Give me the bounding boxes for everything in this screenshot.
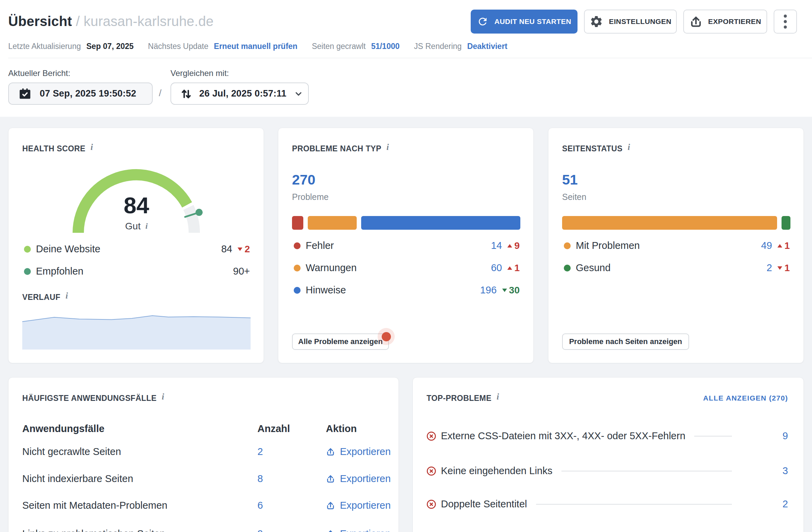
recheck-link[interactable]: Erneut manuell prüfen bbox=[214, 42, 297, 51]
warnings-count-link[interactable]: 60 bbox=[491, 262, 502, 274]
export-link[interactable]: Exportieren bbox=[326, 528, 391, 532]
top-issue-item: Doppelte Seitentitel 2 bbox=[427, 498, 788, 510]
breadcrumb-separator: / bbox=[76, 14, 84, 29]
bar-segment bbox=[562, 216, 777, 230]
triangle-up-icon bbox=[507, 244, 512, 248]
verlauf-title-text: VERLAUF bbox=[22, 293, 60, 302]
chevron-down-icon bbox=[293, 89, 304, 99]
pages-crawled-link[interactable]: 51/1000 bbox=[371, 42, 399, 51]
export-link[interactable]: Exportieren bbox=[326, 500, 391, 511]
export-link[interactable]: Exportieren bbox=[326, 473, 391, 484]
pages-total[interactable]: 51 bbox=[562, 172, 578, 188]
health-score-card: HEALTH SCOREi 84 Guti Deine Website 84 2… bbox=[8, 128, 264, 363]
legend-row-website: Deine Website 84 2 bbox=[22, 238, 250, 260]
count-link[interactable]: 9 bbox=[257, 528, 263, 532]
issues-by-type-card: PROBLEME NACH TYPi 270 Probleme Fehler 1… bbox=[278, 128, 534, 363]
info-icon[interactable]: i bbox=[145, 221, 148, 230]
usecase-label: Nicht indexierbare Seiten bbox=[22, 473, 133, 484]
restart-audit-button[interactable]: AUDIT NEU STARTEN bbox=[471, 10, 578, 34]
info-icon[interactable]: i bbox=[627, 143, 630, 151]
export-button[interactable]: EXPORTIEREN bbox=[683, 10, 767, 34]
with-issues-dot bbox=[564, 242, 571, 249]
info-icon[interactable]: i bbox=[162, 392, 164, 401]
error-circle-icon bbox=[427, 431, 436, 441]
info-icon[interactable]: i bbox=[65, 291, 68, 301]
count-link[interactable]: 6 bbox=[257, 500, 263, 511]
export-link[interactable]: Exportieren bbox=[326, 446, 391, 457]
refresh-icon bbox=[477, 16, 489, 27]
meta-label: Nächstes Update bbox=[148, 42, 208, 51]
count-link[interactable]: 8 bbox=[257, 473, 263, 484]
issues-total-label: Probleme bbox=[292, 192, 329, 202]
pages-legend: Mit Problemen 49 1 Gesund 2 1 bbox=[562, 235, 790, 279]
show-all-issues-button[interactable]: Alle Probleme anzeigen bbox=[292, 333, 389, 350]
page-status-card: SEITENSTATUSi 51 Seiten Mit Problemen 49… bbox=[548, 128, 804, 363]
leader-line bbox=[561, 471, 732, 471]
meta-next-update: Nächstes Update Erneut manuell prüfen bbox=[148, 42, 297, 51]
page-title-text: Übersicht bbox=[8, 14, 72, 29]
issue-link[interactable]: Keine eingehenden Links bbox=[441, 465, 553, 477]
export-link-label: Exportieren bbox=[340, 528, 391, 532]
healthy-count-link[interactable]: 2 bbox=[766, 262, 772, 274]
breadcrumb-domain: kurasan-karlsruhe.de bbox=[84, 14, 214, 29]
issue-count-link[interactable]: 9 bbox=[781, 430, 788, 442]
picker-separator: / bbox=[159, 88, 162, 99]
show-all-link[interactable]: ALLE ANZEIGEN (270) bbox=[703, 394, 788, 402]
with-issues-count-link[interactable]: 49 bbox=[761, 240, 772, 251]
health-score-title: HEALTH SCOREi bbox=[22, 144, 93, 153]
with-issues-delta: 1 bbox=[784, 240, 790, 251]
legend-row-with-issues: Mit Problemen 49 1 bbox=[562, 235, 790, 257]
issues-stacked-bar bbox=[292, 216, 520, 230]
count-link[interactable]: 2 bbox=[257, 446, 263, 457]
header-divider bbox=[8, 58, 812, 58]
legend-value-group: 60 1 bbox=[491, 262, 520, 274]
column-header: Anwendungsfälle bbox=[22, 423, 104, 434]
info-icon[interactable]: i bbox=[497, 392, 499, 401]
table-row: Links zu problematischen Seiten 9 Export… bbox=[22, 528, 385, 532]
website-delta: 2 bbox=[244, 244, 250, 255]
issue-link[interactable]: Externe CSS-Dateien mit 3XX-, 4XX- oder … bbox=[441, 430, 685, 442]
notices-delta: 30 bbox=[509, 285, 520, 296]
verlauf-chart bbox=[22, 310, 251, 350]
issue-link[interactable]: Doppelte Seitentitel bbox=[441, 498, 527, 510]
errors-count-link[interactable]: 14 bbox=[491, 240, 502, 251]
issue-count-link[interactable]: 2 bbox=[781, 498, 788, 510]
js-rendering-link[interactable]: Deaktiviert bbox=[467, 42, 508, 51]
pages-stacked-bar bbox=[562, 216, 790, 230]
meta-label: JS Rendering bbox=[414, 42, 461, 51]
legend-value-group: 196 30 bbox=[480, 284, 520, 296]
breadcrumb-slash: / bbox=[76, 14, 80, 29]
table-row: Seiten mit Metadaten-Problemen 6 Exporti… bbox=[22, 500, 385, 515]
issues-by-pages-button[interactable]: Probleme nach Seiten anzeigen bbox=[562, 333, 689, 350]
legend-label: Gesund bbox=[576, 262, 611, 274]
button-label: Probleme nach Seiten anzeigen bbox=[569, 337, 682, 346]
meta-js-rendering: JS Rendering Deaktiviert bbox=[414, 42, 507, 51]
compare-picker[interactable]: 26 Jul, 2025 0:57:11 bbox=[170, 83, 309, 105]
score-word-text: Gut bbox=[125, 221, 141, 231]
info-icon[interactable]: i bbox=[386, 143, 389, 151]
notices-count-link[interactable]: 196 bbox=[480, 284, 496, 296]
info-icon[interactable]: i bbox=[91, 143, 93, 151]
settings-button[interactable]: EINSTELLUNGEN bbox=[584, 10, 677, 34]
errors-dot bbox=[294, 242, 301, 249]
errors-delta: 9 bbox=[514, 240, 520, 251]
meta-pages-crawled: Seiten gecrawlt 51/1000 bbox=[312, 42, 399, 51]
legend-label: Deine Website bbox=[36, 243, 100, 255]
usecase-label: Nicht gecrawlte Seiten bbox=[22, 446, 121, 457]
issues-title: PROBLEME NACH TYPi bbox=[292, 144, 389, 153]
current-report-picker[interactable]: 07 Sep, 2025 19:50:52 bbox=[8, 83, 153, 105]
legend-row-errors: Fehler 14 9 bbox=[292, 235, 520, 257]
legend-value-group: 84 2 bbox=[221, 243, 250, 255]
card-title-text: PROBLEME NACH TYP bbox=[292, 144, 381, 153]
leader-line bbox=[694, 436, 732, 436]
issues-total[interactable]: 270 bbox=[292, 172, 315, 188]
legend-label: Empfohlen bbox=[36, 266, 84, 277]
more-menu-button[interactable] bbox=[774, 10, 797, 34]
triangle-up-icon bbox=[777, 244, 782, 248]
issue-count-link[interactable]: 3 bbox=[781, 465, 788, 477]
header-actions: AUDIT NEU STARTEN EINSTELLUNGEN EXPORTIE… bbox=[471, 10, 797, 34]
meta-label: Letzte Aktualisierung bbox=[8, 42, 81, 51]
current-report-value: 07 Sep, 2025 19:50:52 bbox=[40, 88, 136, 99]
card-title-text: SEITENSTATUS bbox=[562, 144, 622, 153]
recommended-score: 90+ bbox=[233, 266, 250, 277]
